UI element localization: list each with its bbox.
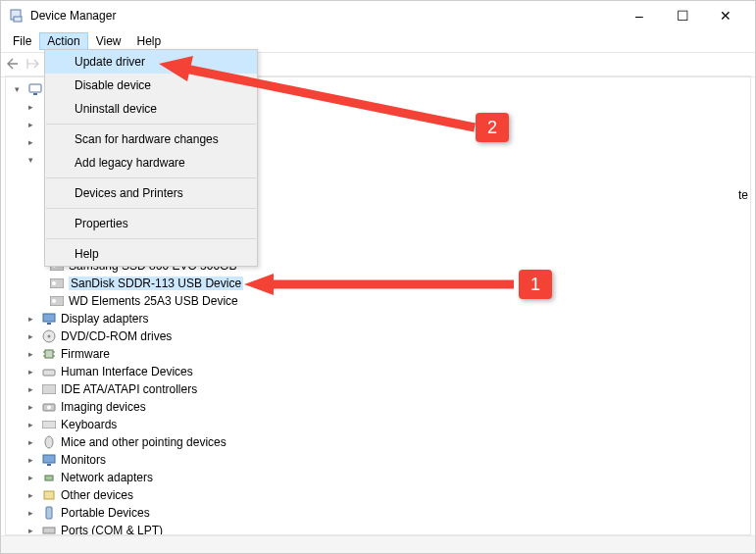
other-icon — [41, 487, 57, 503]
close-button[interactable]: ✕ — [704, 1, 747, 30]
tree-category-portable[interactable]: Portable Devices — [6, 504, 750, 522]
chevron-right-icon[interactable] — [24, 473, 37, 482]
network-icon — [41, 470, 57, 485]
item-label: Ports (COM & LPT) — [61, 524, 163, 535]
statusbar — [1, 535, 755, 553]
tree-category-hid[interactable]: Human Interface Devices — [6, 363, 750, 380]
toolbar-back-icon[interactable] — [7, 57, 23, 74]
hid-icon — [41, 364, 57, 379]
svg-rect-3 — [33, 93, 37, 95]
chevron-right-icon[interactable] — [24, 331, 37, 341]
item-label: IDE ATA/ATAPI controllers — [61, 382, 197, 396]
svg-point-13 — [48, 335, 51, 338]
annotation-callout-1: 1 — [519, 270, 552, 299]
item-label: Portable Devices — [61, 506, 150, 520]
svg-line-31 — [185, 69, 475, 127]
item-label: Human Interface Devices — [61, 365, 193, 378]
menu-help[interactable]: Help — [129, 32, 170, 50]
annotation-callout-2: 2 — [476, 113, 509, 142]
menu-separator — [46, 238, 256, 239]
svg-rect-23 — [42, 421, 56, 428]
chevron-right-icon[interactable] — [24, 437, 37, 447]
firmware-icon — [41, 346, 57, 362]
chevron-right-icon[interactable] — [24, 455, 37, 465]
svg-rect-10 — [43, 314, 55, 322]
minimize-button[interactable]: – — [618, 1, 661, 30]
item-label: Firmware — [61, 347, 110, 361]
svg-rect-27 — [45, 476, 53, 480]
chevron-down-icon[interactable] — [24, 155, 37, 165]
svg-point-7 — [52, 281, 56, 285]
portable-icon — [41, 505, 57, 521]
svg-rect-19 — [43, 370, 55, 376]
imaging-icon — [41, 399, 57, 415]
dvd-icon — [41, 328, 57, 344]
tree-category-monitors[interactable]: Monitors — [6, 451, 750, 469]
chevron-right-icon[interactable] — [24, 349, 37, 359]
menu-separator — [46, 208, 256, 209]
tree-category-keyboards[interactable]: Keyboards — [6, 416, 750, 433]
toolbar-forward-icon[interactable] — [26, 57, 42, 74]
svg-rect-25 — [43, 455, 55, 463]
chevron-right-icon[interactable] — [24, 508, 37, 518]
chevron-right-icon[interactable] — [24, 490, 37, 500]
tree-category-imaging[interactable]: Imaging devices — [6, 398, 750, 416]
chevron-right-icon[interactable] — [24, 526, 37, 535]
menu-add-legacy[interactable]: Add legacy hardware — [45, 151, 257, 175]
svg-rect-2 — [29, 84, 41, 92]
computer-icon — [27, 81, 43, 97]
svg-point-22 — [47, 406, 51, 410]
svg-rect-20 — [42, 384, 56, 394]
chevron-right-icon[interactable] — [24, 137, 37, 147]
ports-icon — [41, 523, 57, 535]
svg-rect-28 — [44, 491, 54, 499]
svg-rect-30 — [43, 528, 55, 533]
keyboard-icon — [41, 417, 57, 432]
chevron-right-icon[interactable] — [24, 402, 37, 412]
tree-category-ide[interactable]: IDE ATA/ATAPI controllers — [6, 380, 750, 398]
window-title: Device Manager — [30, 9, 116, 23]
tree-category-network[interactable]: Network adapters — [6, 469, 750, 486]
menu-devices-printers[interactable]: Devices and Printers — [45, 181, 257, 205]
item-label: SanDisk SDDR-113 USB Device — [69, 277, 243, 290]
tree-category-ports[interactable]: Ports (COM & LPT) — [6, 522, 750, 535]
chevron-right-icon[interactable] — [24, 367, 37, 377]
tree-category-mice[interactable]: Mice and other pointing devices — [6, 433, 750, 451]
titlebar: Device Manager – ☐ ✕ — [1, 1, 755, 30]
svg-marker-34 — [244, 274, 274, 295]
chevron-right-icon[interactable] — [24, 102, 37, 112]
chevron-right-icon[interactable] — [24, 120, 37, 129]
svg-marker-32 — [159, 56, 193, 81]
menu-view[interactable]: View — [88, 32, 129, 50]
chevron-right-icon[interactable] — [24, 314, 37, 324]
menu-help[interactable]: Help — [45, 242, 257, 266]
svg-point-24 — [45, 436, 53, 448]
item-label: Keyboards — [61, 418, 117, 431]
display-icon — [41, 311, 57, 327]
disk-icon — [49, 293, 65, 309]
tree-category-dvd[interactable]: DVD/CD-ROM drives — [6, 327, 750, 345]
item-label: Other devices — [61, 488, 133, 502]
svg-rect-26 — [47, 464, 51, 466]
menu-separator — [46, 177, 256, 178]
svg-rect-29 — [46, 507, 52, 519]
item-label: Mice and other pointing devices — [61, 435, 227, 449]
disk-label-fragment: te — [738, 188, 750, 202]
tree-category-other[interactable]: Other devices — [6, 486, 750, 504]
menu-properties[interactable]: Properties — [45, 212, 257, 235]
chevron-down-icon[interactable] — [10, 84, 24, 94]
item-label: Imaging devices — [61, 400, 146, 414]
menu-file[interactable]: File — [5, 32, 39, 50]
item-label: DVD/CD-ROM drives — [61, 329, 172, 343]
annotation-arrow-2 — [156, 56, 489, 144]
chevron-right-icon[interactable] — [24, 420, 37, 429]
mouse-icon — [41, 434, 57, 450]
maximize-button[interactable]: ☐ — [661, 1, 704, 30]
menu-action[interactable]: Action — [39, 32, 87, 50]
disk-icon — [49, 276, 65, 291]
tree-category-firmware[interactable]: Firmware — [6, 345, 750, 363]
annotation-arrow-1 — [244, 274, 529, 295]
chevron-right-icon[interactable] — [24, 384, 37, 394]
tree-category-display[interactable]: Display adapters — [6, 310, 750, 327]
svg-rect-14 — [45, 350, 53, 358]
